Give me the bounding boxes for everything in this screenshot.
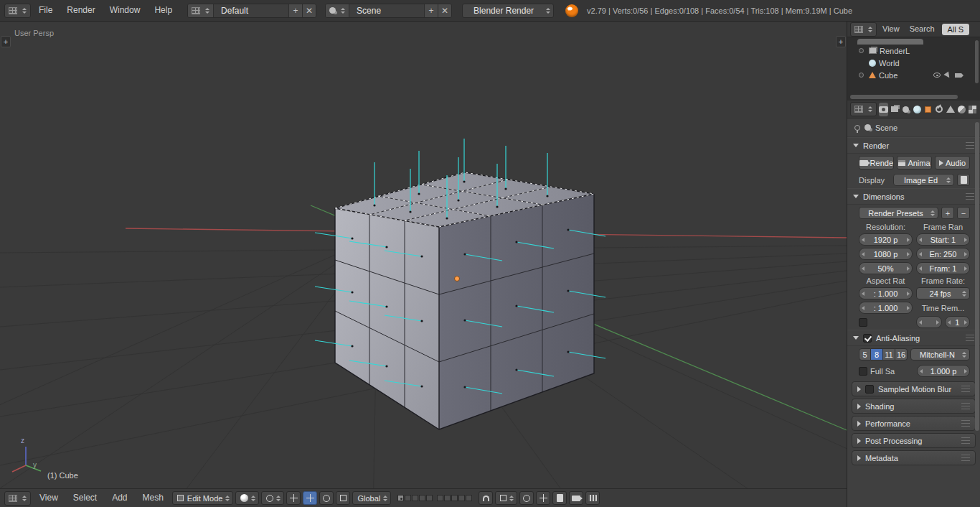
- selectability-cursor-icon[interactable]: [943, 71, 951, 79]
- tab-texture[interactable]: [969, 103, 978, 116]
- proportional-edit-button[interactable]: [519, 491, 534, 505]
- frame-end-field[interactable]: En: 250: [916, 248, 970, 260]
- renderability-camera-icon[interactable]: [955, 73, 961, 78]
- layer-toggle[interactable]: [437, 495, 443, 501]
- tab-modifiers[interactable]: [935, 103, 944, 116]
- aa-samples-11-button[interactable]: 11: [883, 348, 895, 361]
- render-presets-select[interactable]: Render Presets: [859, 207, 938, 219]
- resolution-percentage-field[interactable]: 50%: [859, 262, 913, 274]
- tab-render-layers[interactable]: [890, 103, 900, 116]
- manipulator-toggle-button[interactable]: [286, 491, 301, 505]
- layer-toggle[interactable]: [419, 495, 425, 501]
- panel-header-render[interactable]: Render: [847, 137, 980, 154]
- frame-rate-select[interactable]: 24 fps: [916, 287, 970, 299]
- snap-target-button[interactable]: [536, 491, 550, 505]
- layer-toggle[interactable]: [458, 495, 465, 501]
- visibility-eye-icon[interactable]: [933, 73, 941, 78]
- outliner-horizontal-scrollbar[interactable]: [850, 95, 958, 99]
- frame-step-field[interactable]: Fram: 1: [916, 262, 970, 274]
- snap-magnet-button[interactable]: [479, 491, 493, 505]
- editor-type-button-3dview[interactable]: [4, 491, 31, 506]
- translate-manipulator-button[interactable]: [303, 491, 317, 505]
- render-audio-button[interactable]: Audio: [935, 156, 970, 169]
- menu-file[interactable]: File: [32, 0, 59, 21]
- tab-material[interactable]: [957, 103, 966, 116]
- full-sample-checkbox[interactable]: [859, 367, 867, 376]
- panel-grip-icon[interactable]: [961, 403, 970, 409]
- tab-world[interactable]: [913, 103, 922, 116]
- resolution-x-field[interactable]: 1920 p: [859, 233, 913, 246]
- panel-grip-icon[interactable]: [966, 193, 974, 200]
- scene-browse-button[interactable]: [326, 4, 349, 17]
- border-checkbox[interactable]: [859, 318, 867, 327]
- outliner-display-filter-select[interactable]: All S: [942, 24, 970, 35]
- expander-icon[interactable]: [859, 48, 864, 53]
- layer-toggle[interactable]: [444, 495, 451, 501]
- render-display-select[interactable]: Image Ed: [893, 174, 954, 186]
- pivot-point-select[interactable]: [261, 491, 284, 505]
- screen-layout-name[interactable]: Default: [214, 4, 288, 17]
- aspect-y-field[interactable]: : 1.000: [859, 302, 913, 314]
- outliner-item-world[interactable]: World: [847, 57, 980, 69]
- aa-filter-select[interactable]: Mitchell-N: [910, 348, 970, 361]
- outliner-partial-selected-row[interactable]: [857, 39, 923, 45]
- layer-toggle[interactable]: [466, 495, 472, 501]
- panel-grip-icon[interactable]: [961, 455, 970, 461]
- tab-scene[interactable]: [902, 103, 911, 116]
- motion-blur-checkbox[interactable]: [865, 385, 874, 394]
- tab-render[interactable]: [879, 103, 888, 116]
- outliner-menu-view[interactable]: View: [878, 22, 904, 37]
- expander-icon[interactable]: [859, 73, 864, 78]
- pin-icon[interactable]: [854, 125, 860, 131]
- panel-grip-icon[interactable]: [961, 420, 970, 427]
- remove-preset-button[interactable]: −: [957, 207, 970, 219]
- layer-toggle[interactable]: [426, 495, 433, 501]
- rotate-manipulator-button[interactable]: [319, 491, 334, 505]
- 3d-viewport[interactable]: User Persp (1) Cube z y + +: [0, 22, 847, 488]
- viewport-shading-select[interactable]: [235, 491, 259, 505]
- outliner-vertical-scrollbar[interactable]: [975, 40, 979, 83]
- frame-start-field[interactable]: Start: 1: [916, 233, 970, 246]
- delete-screen-layout-button[interactable]: ✕: [302, 4, 316, 17]
- panel-header-metadata[interactable]: Metadata: [852, 450, 976, 465]
- time-remap-old-field[interactable]: [916, 316, 942, 328]
- mode-select[interactable]: Edit Mode: [172, 491, 234, 505]
- editor-type-button-info[interactable]: [4, 4, 31, 18]
- menu-render[interactable]: Render: [60, 0, 101, 21]
- layer-toggle[interactable]: [397, 495, 404, 501]
- layer-toggle[interactable]: [451, 495, 458, 501]
- panel-grip-icon[interactable]: [961, 437, 970, 444]
- render-engine-select[interactable]: Blender Render: [462, 4, 554, 18]
- panel-header-performance[interactable]: Performance: [852, 416, 976, 431]
- menu-view[interactable]: View: [33, 488, 65, 507]
- layer-toggle[interactable]: [405, 495, 411, 501]
- panel-header-post-processing[interactable]: Post Processing: [852, 433, 976, 448]
- properties-vertical-scrollbar[interactable]: [975, 122, 979, 431]
- panel-header-dimensions[interactable]: Dimensions: [847, 188, 980, 205]
- menu-help[interactable]: Help: [148, 0, 179, 21]
- aspect-x-field[interactable]: : 1.000: [859, 287, 913, 299]
- panel-header-sampled-motion-blur[interactable]: Sampled Motion Blur: [852, 381, 976, 396]
- resolution-y-field[interactable]: 1080 p: [859, 248, 913, 260]
- panel-grip-icon[interactable]: [966, 142, 974, 149]
- layer-toggle[interactable]: [412, 495, 418, 501]
- aa-samples-8-button[interactable]: 8: [871, 348, 883, 361]
- display-extra-button[interactable]: [957, 174, 970, 186]
- antialiasing-checkbox[interactable]: [863, 334, 872, 343]
- filter-size-field[interactable]: 1.000 p: [917, 365, 970, 377]
- time-remap-new-field[interactable]: 1: [945, 316, 971, 328]
- scene-name[interactable]: Scene: [349, 4, 424, 17]
- editor-type-button-outliner[interactable]: [850, 22, 877, 37]
- opengl-render-button[interactable]: [569, 491, 583, 505]
- screen-layout-browse-button[interactable]: [188, 4, 214, 17]
- render-still-button[interactable]: Rende: [859, 156, 894, 169]
- toolshelf-expand-button[interactable]: +: [1, 36, 11, 47]
- outliner-item-renderlayers[interactable]: RenderL: [847, 45, 980, 57]
- opengl-render-anim-button[interactable]: [585, 491, 600, 505]
- menu-mesh[interactable]: Mesh: [136, 488, 170, 507]
- panel-grip-icon[interactable]: [966, 335, 974, 341]
- menu-select[interactable]: Select: [67, 488, 103, 507]
- layers-widget[interactable]: [397, 495, 472, 501]
- menu-window[interactable]: Window: [103, 0, 147, 21]
- add-scene-button[interactable]: +: [424, 4, 438, 17]
